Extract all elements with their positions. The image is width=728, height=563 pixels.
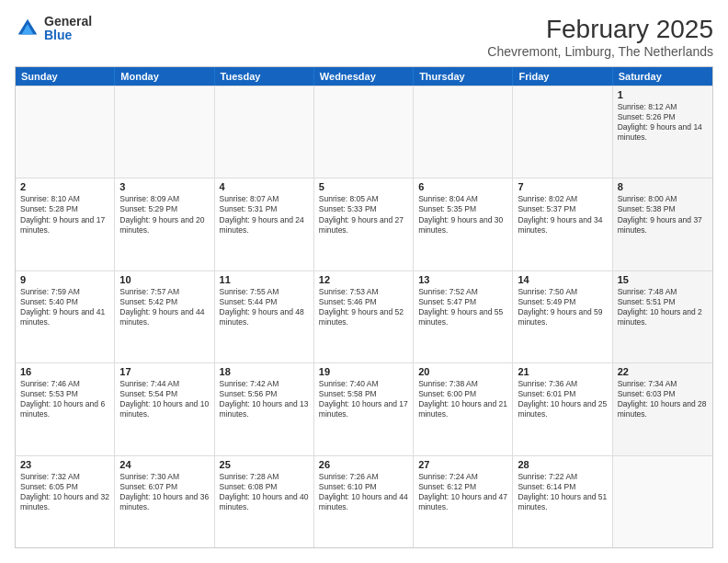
cell-info: Sunrise: 7:22 AM Sunset: 6:14 PM Dayligh…: [518, 472, 607, 512]
calendar-cell: 16Sunrise: 7:46 AM Sunset: 5:53 PM Dayli…: [16, 363, 115, 454]
calendar-cell: 26Sunrise: 7:26 AM Sunset: 6:10 PM Dayli…: [314, 456, 414, 547]
calendar-header-cell: Thursday: [414, 67, 513, 86]
calendar-cell: 18Sunrise: 7:42 AM Sunset: 5:56 PM Dayli…: [215, 363, 314, 454]
cell-info: Sunrise: 7:46 AM Sunset: 5:53 PM Dayligh…: [20, 379, 109, 419]
cell-info: Sunrise: 7:24 AM Sunset: 6:12 PM Dayligh…: [418, 472, 507, 512]
day-number: 12: [319, 274, 408, 285]
calendar-cell: 3Sunrise: 8:09 AM Sunset: 5:29 PM Daylig…: [115, 178, 214, 270]
day-number: 3: [119, 181, 209, 192]
cell-info: Sunrise: 7:59 AM Sunset: 5:40 PM Dayligh…: [20, 287, 109, 327]
calendar-header-cell: Friday: [513, 67, 612, 86]
calendar: SundayMondayTuesdayWednesdayThursdayFrid…: [15, 66, 713, 548]
calendar-cell: 1Sunrise: 8:12 AM Sunset: 5:26 PM Daylig…: [613, 86, 712, 178]
day-number: 26: [319, 459, 408, 470]
header: General Blue February 2025 Chevremont, L…: [15, 15, 713, 59]
calendar-cell: 25Sunrise: 7:28 AM Sunset: 6:08 PM Dayli…: [215, 456, 314, 547]
calendar-header-cell: Sunday: [16, 67, 115, 86]
title-block: February 2025 Chevremont, Limburg, The N…: [487, 15, 713, 59]
calendar-row: 9Sunrise: 7:59 AM Sunset: 5:40 PM Daylig…: [16, 270, 712, 362]
calendar-header-cell: Saturday: [613, 67, 712, 86]
calendar-cell: [414, 86, 513, 178]
calendar-cell: [513, 86, 612, 178]
day-number: 25: [220, 459, 309, 470]
calendar-cell: 10Sunrise: 7:57 AM Sunset: 5:42 PM Dayli…: [115, 271, 214, 362]
cell-info: Sunrise: 7:52 AM Sunset: 5:47 PM Dayligh…: [418, 287, 507, 327]
cell-info: Sunrise: 7:50 AM Sunset: 5:49 PM Dayligh…: [518, 287, 607, 327]
day-number: 16: [20, 366, 109, 377]
cell-info: Sunrise: 7:30 AM Sunset: 6:07 PM Dayligh…: [119, 472, 209, 512]
calendar-row: 23Sunrise: 7:32 AM Sunset: 6:05 PM Dayli…: [16, 455, 712, 547]
day-number: 9: [20, 274, 109, 285]
logo-general: General: [44, 15, 92, 29]
calendar-cell: 2Sunrise: 8:10 AM Sunset: 5:28 PM Daylig…: [16, 178, 115, 270]
cell-info: Sunrise: 7:57 AM Sunset: 5:42 PM Dayligh…: [119, 287, 209, 327]
calendar-cell: 7Sunrise: 8:02 AM Sunset: 5:37 PM Daylig…: [513, 178, 612, 270]
calendar-cell: [613, 456, 712, 547]
calendar-cell: 9Sunrise: 7:59 AM Sunset: 5:40 PM Daylig…: [16, 271, 115, 362]
day-number: 8: [618, 181, 708, 192]
day-number: 22: [618, 366, 708, 377]
day-number: 18: [220, 366, 309, 377]
day-number: 19: [319, 366, 408, 377]
calendar-row: 16Sunrise: 7:46 AM Sunset: 5:53 PM Dayli…: [16, 362, 712, 454]
day-number: 13: [418, 274, 507, 285]
day-number: 15: [618, 274, 708, 285]
calendar-cell: 8Sunrise: 8:00 AM Sunset: 5:38 PM Daylig…: [613, 178, 712, 270]
calendar-cell: 14Sunrise: 7:50 AM Sunset: 5:49 PM Dayli…: [513, 271, 612, 362]
cell-info: Sunrise: 7:36 AM Sunset: 6:01 PM Dayligh…: [518, 379, 607, 419]
calendar-cell: 22Sunrise: 7:34 AM Sunset: 6:03 PM Dayli…: [613, 363, 712, 454]
calendar-cell: 24Sunrise: 7:30 AM Sunset: 6:07 PM Dayli…: [115, 456, 214, 547]
calendar-cell: 19Sunrise: 7:40 AM Sunset: 5:58 PM Dayli…: [314, 363, 414, 454]
day-number: 6: [418, 181, 507, 192]
day-number: 10: [119, 274, 209, 285]
cell-info: Sunrise: 7:42 AM Sunset: 5:56 PM Dayligh…: [220, 379, 309, 419]
cell-info: Sunrise: 7:34 AM Sunset: 6:03 PM Dayligh…: [618, 379, 708, 419]
calendar-header-cell: Monday: [115, 67, 214, 86]
day-number: 21: [518, 366, 607, 377]
calendar-cell: 28Sunrise: 7:22 AM Sunset: 6:14 PM Dayli…: [513, 456, 612, 547]
cell-info: Sunrise: 7:38 AM Sunset: 6:00 PM Dayligh…: [418, 379, 507, 419]
cell-info: Sunrise: 7:48 AM Sunset: 5:51 PM Dayligh…: [618, 287, 708, 327]
calendar-cell: 5Sunrise: 8:05 AM Sunset: 5:33 PM Daylig…: [314, 178, 414, 270]
logo: General Blue: [15, 15, 92, 43]
logo-text: General Blue: [44, 15, 92, 43]
calendar-cell: 4Sunrise: 8:07 AM Sunset: 5:31 PM Daylig…: [215, 178, 314, 270]
cell-info: Sunrise: 7:26 AM Sunset: 6:10 PM Dayligh…: [319, 472, 408, 512]
page: General Blue February 2025 Chevremont, L…: [0, 0, 728, 563]
calendar-row: 1Sunrise: 8:12 AM Sunset: 5:26 PM Daylig…: [16, 86, 712, 178]
calendar-cell: 21Sunrise: 7:36 AM Sunset: 6:01 PM Dayli…: [513, 363, 612, 454]
calendar-header-cell: Tuesday: [215, 67, 314, 86]
calendar-cell: 20Sunrise: 7:38 AM Sunset: 6:00 PM Dayli…: [414, 363, 513, 454]
day-number: 28: [518, 459, 607, 470]
calendar-row: 2Sunrise: 8:10 AM Sunset: 5:28 PM Daylig…: [16, 178, 712, 270]
cell-info: Sunrise: 7:55 AM Sunset: 5:44 PM Dayligh…: [220, 287, 309, 327]
day-number: 27: [418, 459, 507, 470]
cell-info: Sunrise: 8:10 AM Sunset: 5:28 PM Dayligh…: [20, 194, 109, 235]
calendar-cell: 6Sunrise: 8:04 AM Sunset: 5:35 PM Daylig…: [414, 178, 513, 270]
logo-blue: Blue: [44, 29, 92, 42]
calendar-header: SundayMondayTuesdayWednesdayThursdayFrid…: [16, 67, 712, 86]
day-number: 14: [518, 274, 607, 285]
cell-info: Sunrise: 8:07 AM Sunset: 5:31 PM Dayligh…: [220, 194, 309, 235]
cell-info: Sunrise: 7:40 AM Sunset: 5:58 PM Dayligh…: [319, 379, 408, 419]
calendar-body: 1Sunrise: 8:12 AM Sunset: 5:26 PM Daylig…: [16, 86, 712, 547]
cell-info: Sunrise: 8:02 AM Sunset: 5:37 PM Dayligh…: [518, 194, 607, 235]
calendar-cell: 13Sunrise: 7:52 AM Sunset: 5:47 PM Dayli…: [414, 271, 513, 362]
cell-info: Sunrise: 8:00 AM Sunset: 5:38 PM Dayligh…: [618, 194, 708, 235]
cell-info: Sunrise: 8:05 AM Sunset: 5:33 PM Dayligh…: [319, 194, 408, 235]
calendar-cell: 12Sunrise: 7:53 AM Sunset: 5:46 PM Dayli…: [314, 271, 414, 362]
day-number: 2: [20, 181, 109, 192]
calendar-cell: 15Sunrise: 7:48 AM Sunset: 5:51 PM Dayli…: [613, 271, 712, 362]
cell-info: Sunrise: 8:09 AM Sunset: 5:29 PM Dayligh…: [119, 194, 209, 235]
subtitle: Chevremont, Limburg, The Netherlands: [487, 44, 713, 59]
cell-info: Sunrise: 7:44 AM Sunset: 5:54 PM Dayligh…: [119, 379, 209, 419]
day-number: 5: [319, 181, 408, 192]
calendar-header-cell: Wednesday: [314, 67, 414, 86]
calendar-cell: [314, 86, 414, 178]
calendar-cell: [215, 86, 314, 178]
calendar-cell: [115, 86, 214, 178]
day-number: 11: [220, 274, 309, 285]
day-number: 20: [418, 366, 507, 377]
calendar-cell: [16, 86, 115, 178]
cell-info: Sunrise: 8:04 AM Sunset: 5:35 PM Dayligh…: [418, 194, 507, 235]
